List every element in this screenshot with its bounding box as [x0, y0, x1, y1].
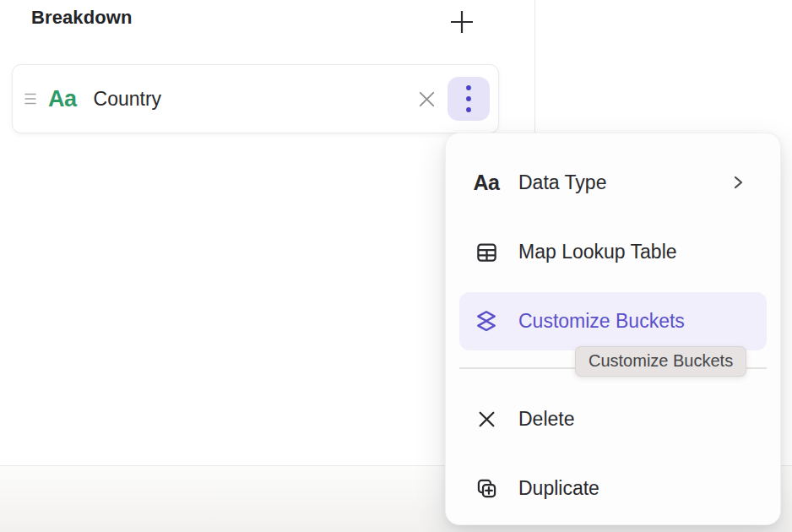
menu-item-customize-buckets[interactable]: Customize Buckets — [459, 286, 767, 356]
drag-handle-icon[interactable] — [19, 88, 41, 110]
field-label: Country — [94, 88, 162, 111]
remove-field-button[interactable] — [410, 83, 442, 115]
chevron-right-icon — [730, 174, 746, 191]
menu-item-map-lookup-table[interactable]: Map Lookup Table — [459, 217, 767, 286]
close-icon — [417, 90, 437, 109]
breakdown-panel-screen: { "panel": { "title": "Breakdown", "add_… — [0, 0, 792, 532]
breakdown-field-card[interactable]: Aa Country — [12, 64, 499, 133]
add-breakdown-button[interactable] — [443, 3, 480, 41]
duplicate-icon — [474, 475, 499, 501]
menu-item-delete[interactable]: Delete — [459, 384, 767, 453]
page-title: Breakdown — [31, 7, 132, 29]
buckets-icon — [474, 308, 499, 334]
text-type-icon: Aa — [48, 88, 77, 111]
menu-item-duplicate[interactable]: Duplicate — [459, 453, 767, 523]
text-type-icon: Aa — [474, 170, 499, 195]
plus-icon — [448, 8, 476, 36]
kebab-menu-icon — [465, 84, 472, 113]
field-options-button[interactable] — [448, 77, 490, 121]
customize-buckets-tooltip: Customize Buckets — [575, 346, 746, 377]
delete-x-icon — [474, 406, 499, 432]
menu-item-data-type[interactable]: Aa Data Type — [459, 148, 767, 217]
table-icon — [474, 239, 499, 264]
field-options-menu: Aa Data Type Map Lookup Table Customize … — [445, 133, 781, 525]
